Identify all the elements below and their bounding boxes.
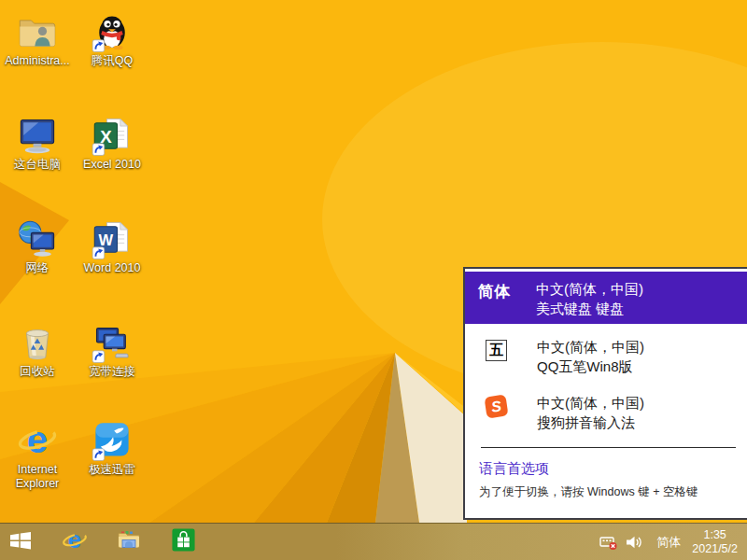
broadband-icon: [92, 322, 133, 363]
desktop-icon-label: Excel 2010: [77, 158, 148, 172]
desktop: Administra...腾讯QQ这台电脑XExcel 2010网络WWord …: [0, 0, 747, 560]
excel-icon: X: [92, 115, 133, 156]
user-folder-icon: [17, 11, 58, 52]
desktop-icon-label: Administra...: [2, 54, 73, 68]
flyout-divider: [481, 447, 736, 448]
ie-icon: e: [17, 420, 58, 461]
desktop-icon-label: 极速迅雷: [77, 463, 148, 477]
desktop-icon-label: 宽带连接: [77, 365, 148, 379]
wubi-icon: 五: [486, 340, 507, 361]
tray-clock[interactable]: 1:35 2021/5/2: [692, 528, 738, 556]
svg-text:W: W: [99, 231, 114, 248]
desktop-icon-recycle-bin[interactable]: 回收站: [2, 322, 73, 379]
desktop-icon-broadband-connection[interactable]: 宽带连接: [77, 322, 148, 379]
input-device-disconnected-icon[interactable]: [599, 534, 619, 551]
desktop-icon-label: 腾讯QQ: [77, 54, 148, 68]
svg-text:e: e: [27, 420, 49, 461]
taskbar: e 简体 1:35 2021/5/2: [0, 523, 747, 560]
computer-icon: [17, 115, 58, 156]
language-abbreviation-badge: 简体: [478, 281, 525, 302]
ime-item-qq-wubi[interactable]: 五中文(简体，中国)QQ五笔Win8版: [486, 337, 747, 376]
ime-name: 搜狗拼音输入法: [537, 413, 644, 432]
tray-input-language-label[interactable]: 简体: [656, 534, 681, 551]
store-icon: [171, 527, 196, 556]
active-language-name: 中文(简体，中国): [536, 279, 643, 299]
desktop-icon-this-pc[interactable]: 这台电脑: [2, 115, 73, 172]
desktop-icon-network[interactable]: 网络: [2, 218, 73, 275]
switch-shortcut-hint: 为了便于切换，请按 Windows 键 + 空格键: [479, 484, 747, 500]
ime-language: 中文(简体，中国): [537, 393, 644, 413]
volume-icon[interactable]: [625, 534, 645, 551]
taskbar-button-store[interactable]: [162, 524, 204, 560]
sogou-icon: S: [485, 395, 509, 419]
tray-time: 1:35: [692, 528, 738, 542]
language-preferences-link[interactable]: 语言首选项: [479, 460, 747, 478]
desktop-icon-xunlei[interactable]: 极速迅雷: [77, 420, 148, 477]
xunlei-icon: [92, 420, 133, 461]
desktop-icon-label: Internet: [2, 463, 73, 477]
windows-flag-icon: [8, 528, 33, 556]
desktop-icon-excel-2010[interactable]: XExcel 2010: [77, 115, 148, 172]
desktop-icon-label: 这台电脑: [2, 158, 73, 172]
ime-item-sogou-pinyin[interactable]: S中文(简体，中国)搜狗拼音输入法: [486, 393, 747, 432]
taskbar-button-file-explorer[interactable]: [108, 524, 149, 560]
desktop-icon-label: 网络: [2, 261, 73, 275]
svg-text:e: e: [68, 527, 81, 553]
desktop-icon-label: Explorer: [2, 477, 73, 491]
ime-name: QQ五笔Win8版: [537, 357, 644, 376]
taskbar-button-internet-explorer[interactable]: e: [54, 524, 95, 560]
ie-icon: e: [62, 527, 88, 557]
ime-language: 中文(简体，中国): [537, 337, 644, 357]
input-method-flyout: 简体 中文(简体，中国) 美式键盘 键盘 五中文(简体，中国)QQ五笔Win8版…: [463, 267, 747, 520]
word-icon: W: [92, 218, 133, 259]
tray-date: 2021/5/2: [692, 542, 738, 556]
desktop-icon-label: Word 2010: [77, 261, 148, 275]
network-icon: [17, 218, 58, 259]
desktop-icon-label: 回收站: [2, 365, 73, 379]
qq-icon: [92, 11, 133, 52]
folder-icon: [116, 527, 142, 557]
taskbar-button-start[interactable]: [0, 524, 41, 560]
desktop-icon-tencent-qq[interactable]: 腾讯QQ: [77, 11, 148, 68]
desktop-icon-administrator-folder[interactable]: Administra...: [2, 11, 73, 68]
recycle-icon: [17, 322, 58, 363]
desktop-icon-word-2010[interactable]: WWord 2010: [77, 218, 148, 275]
flyout-header: 简体 中文(简体，中国) 美式键盘 键盘: [465, 272, 747, 324]
active-keyboard-name: 美式键盘 键盘: [536, 299, 643, 318]
desktop-icon-internet-explorer[interactable]: eInternetExplorer: [2, 420, 73, 491]
